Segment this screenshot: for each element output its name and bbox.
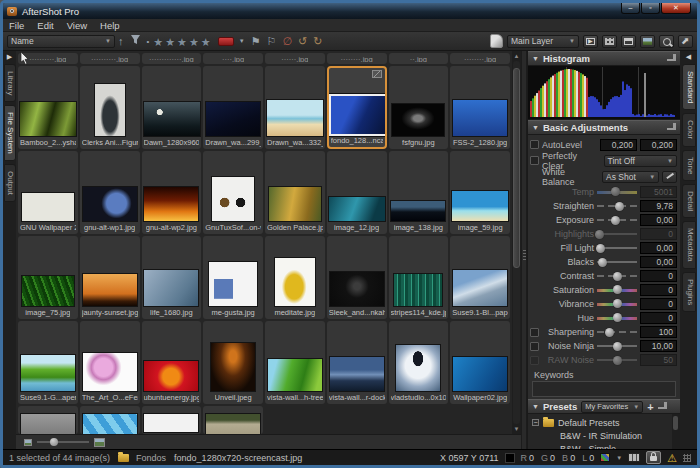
star-icon[interactable]: ★ — [201, 36, 211, 48]
thumbnail-cell[interactable]: FSS-2_1280.jpg — [450, 66, 510, 149]
left-collapse-icon[interactable]: ▶ — [7, 53, 12, 61]
saturation-value[interactable]: 0 — [640, 284, 677, 296]
lock-icon[interactable] — [646, 451, 661, 464]
tab-metadata[interactable]: Metadata — [682, 221, 696, 268]
pin-icon[interactable] — [658, 404, 667, 409]
exposure-slider[interactable] — [597, 219, 637, 221]
noise-ninja-checkbox[interactable] — [530, 342, 539, 351]
thumbnail-size-slider[interactable] — [37, 441, 89, 443]
thumbnail-cell[interactable]: Dawn_1280x960.jpg — [142, 66, 202, 149]
panel-splitter[interactable] — [521, 51, 527, 449]
autolevel-checkbox[interactable] — [530, 140, 539, 149]
thumbnail-cell[interactable]: ········.jpg — [327, 53, 387, 64]
thumbnail-cell[interactable]: fsfgnu.jpg — [389, 66, 449, 149]
preset-item-default-presets[interactable]: −Default Presets — [532, 416, 672, 429]
filter-icon[interactable] — [130, 33, 141, 50]
thumbnail-cell[interactable]: Sleek_and...nkahn.jpg — [327, 236, 387, 319]
thumbnail-cell[interactable]: vista-wall...h-tree.jpg — [265, 321, 325, 404]
thumbnail-cell[interactable]: image_138.jpg — [389, 151, 449, 234]
tab-file-system[interactable]: File System — [4, 105, 16, 161]
hue-slider[interactable] — [597, 317, 637, 320]
saturation-slider[interactable] — [597, 289, 637, 292]
size-slider-handle[interactable] — [50, 438, 58, 446]
collapse-triangle-icon[interactable]: ▼ — [532, 55, 539, 62]
raw-noise-slider[interactable] — [597, 359, 637, 361]
raw-noise-checkbox[interactable] — [530, 356, 539, 365]
hue-value[interactable]: 0 — [640, 312, 677, 324]
thumbnail-cell[interactable]: image_59.jpg — [450, 151, 510, 234]
exposure-value[interactable]: 0,00 — [640, 214, 677, 226]
thumbnail-cell[interactable]: ··········.jpg — [80, 53, 140, 64]
tab-standard[interactable]: Standard — [682, 64, 696, 110]
thumbnail-cell[interactable]: vista-wall...r-dock.jpg — [327, 321, 387, 404]
star-icon[interactable]: ★ — [165, 36, 175, 48]
autolevel-high-value[interactable]: 0,200 — [640, 139, 677, 151]
rotate-left-icon[interactable]: ↺ — [298, 33, 307, 50]
thumbnail-cell[interactable]: vladstudio...0x1024.jpg — [389, 321, 449, 404]
thumbnail-cell[interactable]: Bamboo_2...ysha.jpg — [18, 66, 78, 149]
close-button[interactable]: ✕ — [661, 3, 691, 14]
tint-select[interactable]: Tint Off ▼ — [604, 155, 677, 167]
scroll-up-icon[interactable]: ▲ — [514, 52, 520, 60]
menu-file[interactable]: File — [9, 20, 24, 31]
thumbnail-cell[interactable]: Clerks Ani...Figure.jpg — [80, 66, 140, 149]
thumbnail-cell[interactable]: Golden Palace.jpg — [265, 151, 325, 234]
rating-none-icon[interactable]: • — [147, 33, 150, 50]
warning-icon[interactable]: ⚠ — [667, 452, 677, 464]
eyedropper-icon[interactable] — [662, 171, 677, 183]
blacks-slider[interactable] — [597, 261, 637, 263]
collapse-box-icon[interactable]: − — [532, 419, 539, 426]
star-icon[interactable]: ★ — [177, 36, 187, 48]
sort-direction-icon[interactable]: ↑ — [118, 33, 124, 50]
thumbnail-cell[interactable]: Drawn_wa...332_.jpg — [265, 66, 325, 149]
presets-scrollbar[interactable] — [672, 414, 680, 449]
current-folder[interactable]: Fondos — [136, 453, 166, 463]
slider-handle[interactable] — [598, 258, 607, 267]
blacks-value[interactable]: 0,00 — [640, 256, 677, 268]
slider-handle[interactable] — [613, 342, 622, 351]
thumbnail-cell[interactable] — [18, 406, 78, 434]
preset-item-b-w-simple[interactable]: B&W - Simple — [532, 442, 672, 449]
straighten-slider[interactable] — [597, 205, 637, 207]
highlights-value[interactable]: 0 — [640, 228, 677, 240]
histogram-header[interactable]: ▼ Histogram — [528, 51, 680, 66]
autolevel-low-value[interactable]: 0,200 — [600, 139, 637, 151]
maximize-button[interactable]: ▫ — [641, 3, 660, 14]
thumbnail-cell[interactable]: GnuTuxSof...on-v1.jpg — [203, 151, 263, 234]
thumbnail-cell[interactable]: ········.jpg — [450, 53, 510, 64]
slider-handle[interactable] — [613, 272, 622, 281]
thumbnail-cell[interactable]: gnu-alt-wp1.jpg — [80, 151, 140, 234]
thumbnail-cell[interactable]: Wallpaper02.jpg — [450, 321, 510, 404]
tab-tone[interactable]: Tone — [682, 150, 696, 181]
thumbnail-cell[interactable]: ····.jpg — [203, 53, 263, 64]
presets-category-select[interactable]: My Favorites ▼ — [581, 401, 643, 413]
thumbnail-cell[interactable]: ubuntuenergy.jpg — [142, 321, 202, 404]
small-thumbnail-icon[interactable] — [24, 439, 32, 446]
noise-ninja-slider[interactable] — [597, 345, 637, 347]
thumbnail-cell[interactable]: Drawn_wa...299_.jpg — [203, 66, 263, 149]
slider-handle[interactable] — [613, 313, 622, 322]
slider-handle[interactable] — [613, 299, 622, 308]
right-collapse-icon[interactable]: ◀ — [686, 53, 691, 61]
thumbnail-grid-view-icon[interactable] — [602, 35, 617, 48]
temp-slider[interactable] — [597, 191, 637, 194]
keywords-input[interactable] — [532, 381, 676, 397]
pin-icon[interactable] — [667, 125, 676, 130]
image-view-icon[interactable] — [640, 35, 655, 48]
thumbnail-cell[interactable] — [142, 406, 202, 434]
thumbnail-cell[interactable]: ·············.jpg — [142, 53, 202, 64]
perfectly-clear-checkbox[interactable] — [530, 156, 539, 165]
preset-item-b-w-ir-simulation[interactable]: B&W - IR Simulation — [532, 429, 672, 442]
thumbnail-cell[interactable]: jaunty-sunset.jpg — [80, 236, 140, 319]
thumbnail-cell[interactable]: Unveil.jpeg — [203, 321, 263, 404]
thumbnail-cell[interactable]: image_12.jpg — [327, 151, 387, 234]
contact-sheet-icon[interactable] — [628, 453, 640, 462]
chevron-down-icon[interactable]: ▼ — [616, 455, 622, 461]
fill-light-value[interactable]: 0,00 — [640, 242, 677, 254]
vibrance-slider[interactable] — [597, 303, 637, 306]
minimize-button[interactable]: – — [621, 3, 640, 14]
grid-scrollbar[interactable]: ▲ ▼ — [512, 51, 521, 434]
collapse-triangle-icon[interactable]: ▼ — [532, 124, 539, 131]
tab-color[interactable]: Color — [682, 113, 696, 146]
sharpening-value[interactable]: 100 — [640, 326, 677, 338]
